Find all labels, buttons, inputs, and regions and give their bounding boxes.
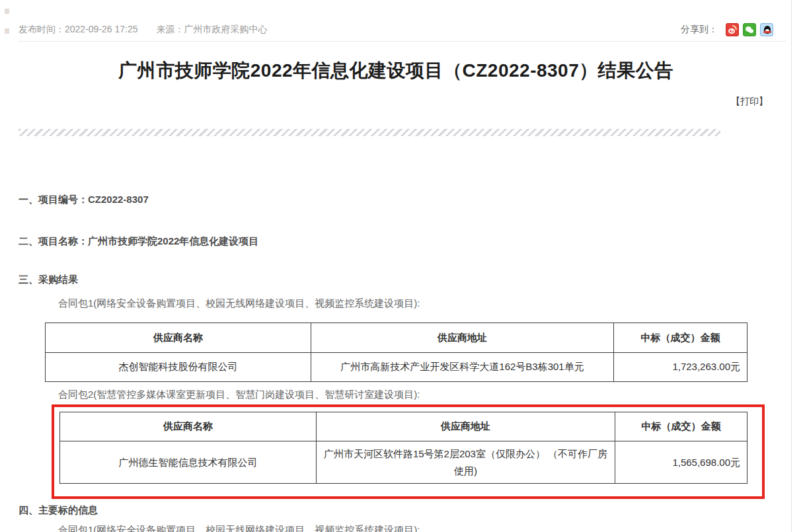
print-button[interactable]: 【打印】 <box>731 96 768 108</box>
header-supplier-address: 供应商地址 <box>317 412 615 441</box>
source-value: 广州市政府采购中心 <box>184 24 268 34</box>
left-edge-artifact <box>5 9 9 14</box>
table-row: 杰创智能科技股份有限公司 广州市高新技术产业开发区科学大道162号B3栋301单… <box>46 353 748 382</box>
result-table-package2: 供应商名称 供应商地址 中标（成交）金额 广州德生智能信息技术有限公司 广州市天… <box>59 412 748 484</box>
supplier-name-cell: 杰创智能科技股份有限公司 <box>46 353 311 382</box>
package1-label: 合同包1(网络安全设备购置项目、校园无线网络建设项目、视频监控系统建设项目): <box>58 297 420 310</box>
result-table-package1: 供应商名称 供应商地址 中标（成交）金额 杰创智能科技股份有限公司 广州市高新技… <box>45 323 748 382</box>
publish-time: 发布时间：2022-09-26 17:25 <box>19 24 138 36</box>
announcement-page: 发布时间：2022-09-26 17:25 来源：广州市政府采购中心 分享到： … <box>0 0 805 532</box>
share-weibo-icon[interactable] <box>726 23 739 36</box>
meta-divider-line <box>19 41 786 42</box>
header-supplier-address: 供应商地址 <box>311 323 614 353</box>
wechat-bubble-shape <box>749 29 753 33</box>
supplier-name-cell: 广州德生智能信息技术有限公司 <box>60 441 317 484</box>
header-award-amount: 中标（成交）金额 <box>614 323 748 353</box>
publish-time-value: 2022-09-26 17:25 <box>65 24 138 34</box>
publish-time-label: 发布时间： <box>19 24 65 34</box>
page-title: 广州市技师学院2022年信息化建设项目（CZ2022-8307）结果公告 <box>20 58 772 83</box>
weibo-pupil-shape <box>731 30 733 32</box>
source-label: 来源： <box>157 24 184 34</box>
supplier-address-cell: 广州市天河区软件路15号第2层203室（仅限办公） （不可作厂房使用) <box>317 441 615 484</box>
section-main-subject-info: 四、主要标的信息 <box>19 504 98 517</box>
share-qq-icon[interactable] <box>760 23 773 36</box>
section-project-number: 一、项目编号：CZ2022-8307 <box>19 194 149 206</box>
award-amount-cell: 1,565,698.00元 <box>615 441 748 484</box>
qq-scarf-shape <box>763 31 771 33</box>
source: 来源：广州市政府采购中心 <box>157 24 268 36</box>
header-award-amount: 中标（成交）金额 <box>615 412 748 441</box>
header-supplier-name: 供应商名称 <box>60 412 317 441</box>
clipped-bottom-text: 合同包1(网络安全设备购置项目、校园无线网络建设项目、视频监控系统建设项目): <box>58 524 420 532</box>
stripe-divider <box>19 129 720 136</box>
section-procurement-result: 三、采购结果 <box>19 274 78 286</box>
package2-label: 合同包2(智慧管控多媒体课室更新项目、智慧门岗建设项目、智慧研讨室建设项目): <box>58 389 420 401</box>
share-wechat-icon[interactable] <box>743 23 756 36</box>
header-supplier-name: 供应商名称 <box>46 323 311 353</box>
share-label: 分享到： <box>681 24 718 36</box>
table-header-row: 供应商名称 供应商地址 中标（成交）金额 <box>60 412 748 441</box>
meta-bar: 发布时间：2022-09-26 17:25 来源：广州市政府采购中心 分享到： <box>19 22 773 37</box>
weibo-ray-shape <box>732 25 737 30</box>
page-right-border <box>791 0 792 532</box>
share-bar: 分享到： <box>681 23 773 36</box>
section-project-name: 二、项目名称：广州市技师学院2022年信息化建设项目 <box>19 235 258 248</box>
left-edge-artifact <box>5 28 9 34</box>
supplier-address-cell: 广州市高新技术产业开发区科学大道162号B3栋301单元 <box>311 353 614 382</box>
award-amount-cell: 1,723,263.00元 <box>614 353 748 382</box>
table-header-row: 供应商名称 供应商地址 中标（成交）金额 <box>46 323 748 353</box>
table-row: 广州德生智能信息技术有限公司 广州市天河区软件路15号第2层203室（仅限办公）… <box>60 441 748 484</box>
